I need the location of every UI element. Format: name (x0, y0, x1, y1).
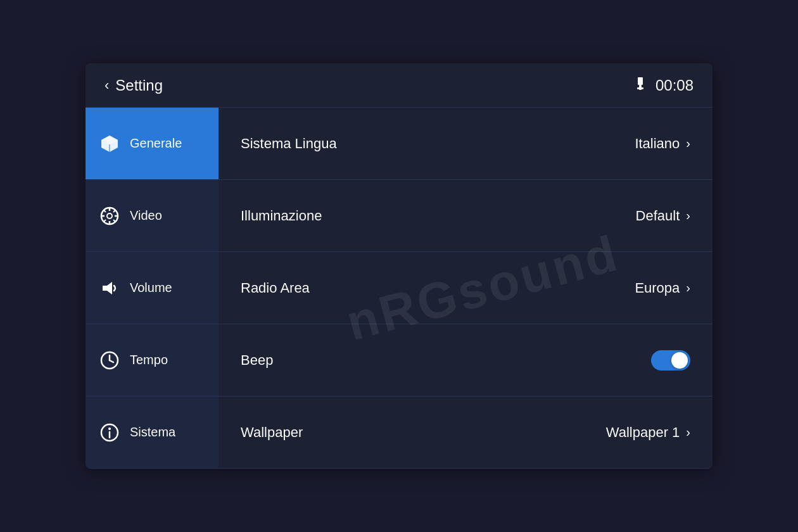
setting-value-text-wallpaper: Wallpaper 1 (606, 424, 680, 441)
speaker-icon (98, 277, 121, 300)
setting-label-lingua: Sistema Lingua (241, 136, 337, 152)
chevron-icon-illuminazione: › (686, 208, 690, 223)
setting-value-text-radio: Europa (635, 280, 680, 296)
cube-icon (98, 132, 121, 155)
svg-marker-16 (103, 282, 112, 294)
setting-value-text-lingua: Italiano (635, 136, 680, 152)
svg-point-21 (108, 428, 111, 430)
sidebar: Generale (86, 108, 218, 469)
setting-row-illuminazione[interactable]: Illuminazione Default › (218, 180, 712, 252)
header-right: 00:08 (633, 76, 694, 95)
page-title: Setting (115, 77, 163, 94)
setting-value-illuminazione: Default › (636, 208, 690, 224)
setting-value-lingua: Italiano › (635, 136, 690, 152)
setting-value-radio: Europa › (635, 280, 690, 296)
svg-line-13 (113, 220, 116, 222)
beep-toggle[interactable] (651, 350, 690, 370)
svg-rect-0 (638, 77, 643, 85)
sidebar-item-volume[interactable]: Volume (86, 252, 218, 324)
setting-label-wallpaper: Wallpaper (241, 424, 303, 441)
setting-row-beep[interactable]: Beep (218, 324, 712, 396)
setting-row-lingua[interactable]: Sistema Lingua Italiano › (218, 108, 712, 180)
device-frame: ‹ Setting 00:08 nRGsound (86, 63, 712, 469)
svg-line-19 (110, 360, 113, 362)
header-left: ‹ Setting (104, 77, 163, 94)
sidebar-item-tempo[interactable]: Tempo (86, 324, 218, 396)
main-content: nRGsound Generale (86, 108, 712, 469)
clock-icon (98, 349, 121, 372)
svg-rect-2 (637, 87, 643, 89)
setting-label-radio: Radio Area (241, 280, 310, 296)
sidebar-item-sistema[interactable]: Sistema (86, 396, 218, 469)
back-button[interactable]: ‹ (104, 77, 109, 94)
sidebar-label-volume: Volume (130, 281, 172, 295)
sidebar-label-tempo: Tempo (130, 353, 168, 367)
setting-row-wallpaper[interactable]: Wallpaper Wallpaper 1 › (218, 396, 712, 469)
header: ‹ Setting 00:08 (86, 63, 712, 108)
svg-line-15 (104, 220, 106, 222)
sidebar-item-video[interactable]: Video (86, 180, 218, 252)
setting-value-wallpaper: Wallpaper 1 › (606, 424, 690, 441)
toggle-knob (671, 352, 688, 369)
film-icon (98, 205, 121, 227)
chevron-icon-wallpaper: › (686, 425, 690, 440)
svg-line-12 (104, 210, 106, 212)
sidebar-label-video: Video (130, 208, 162, 223)
clock-display: 00:08 (656, 77, 694, 94)
sidebar-label-sistema: Sistema (130, 425, 175, 440)
chevron-icon-lingua: › (686, 136, 690, 151)
info-icon (98, 421, 121, 444)
setting-label-illuminazione: Illuminazione (241, 208, 322, 224)
right-panel: Sistema Lingua Italiano › Illuminazione … (218, 108, 712, 469)
sidebar-label-generale: Generale (130, 136, 182, 151)
sidebar-item-generale[interactable]: Generale (86, 108, 218, 180)
setting-label-beep: Beep (241, 352, 273, 369)
svg-line-14 (113, 210, 116, 212)
chevron-icon-radio: › (686, 281, 690, 295)
svg-point-7 (107, 213, 112, 218)
setting-row-radio[interactable]: Radio Area Europa › (218, 252, 712, 324)
usb-icon (633, 76, 648, 95)
setting-value-text-illuminazione: Default (636, 208, 680, 224)
